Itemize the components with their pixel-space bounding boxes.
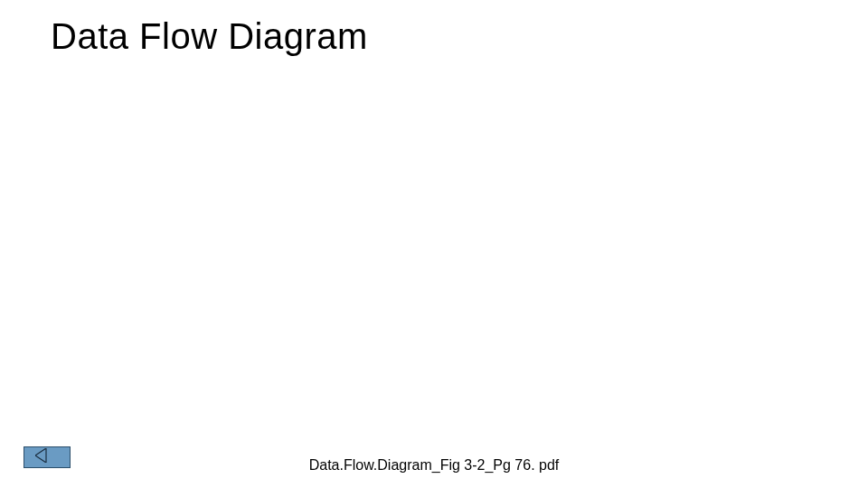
back-button[interactable]: [24, 446, 71, 468]
svg-marker-0: [35, 448, 46, 463]
filename-label: Data.Flow.Diagram_Fig 3-2_Pg 76. pdf: [309, 457, 560, 474]
back-arrow-icon: [35, 448, 59, 466]
slide-title: Data Flow Diagram: [51, 16, 368, 57]
